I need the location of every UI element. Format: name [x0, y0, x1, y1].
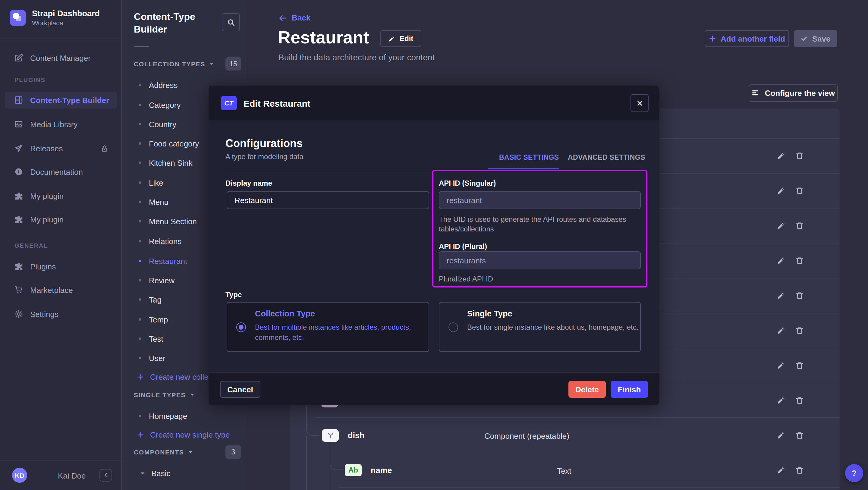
- collection-type-review[interactable]: Review: [138, 273, 175, 287]
- delete-row-button[interactable]: [796, 187, 804, 194]
- display-name-input[interactable]: [227, 191, 429, 209]
- delete-row-button[interactable]: [796, 292, 804, 299]
- api-id-plural-input[interactable]: [439, 251, 641, 269]
- collection-type-food-category[interactable]: Food category: [138, 136, 199, 151]
- single-types-header[interactable]: SINGLE TYPES: [134, 391, 195, 398]
- collection-type-address[interactable]: Address: [138, 78, 178, 92]
- collection-types-label: COLLECTION TYPES: [134, 60, 205, 67]
- bullet-icon: [138, 279, 141, 281]
- collection-type-menu[interactable]: Menu: [138, 195, 168, 209]
- collection-type-label: Food category: [149, 139, 199, 148]
- finish-button[interactable]: Finish: [611, 381, 648, 398]
- collection-type-kitchen-sink[interactable]: Kitchen Sink: [138, 155, 193, 170]
- sidebar-item-content-type-builder[interactable]: Content-Type Builder: [5, 92, 117, 109]
- tab-basic-settings[interactable]: BASIC SETTINGS: [499, 150, 559, 164]
- radio-unselected-icon[interactable]: [448, 323, 458, 332]
- sidebar-item-settings[interactable]: Settings: [5, 306, 117, 323]
- save-button[interactable]: Save: [794, 30, 837, 47]
- edit-row-button[interactable]: [777, 221, 785, 229]
- collection-type-label: Review: [149, 276, 175, 285]
- pencil-icon: [388, 35, 395, 42]
- edit-row-button[interactable]: [777, 431, 785, 439]
- avatar[interactable]: KD: [12, 468, 27, 483]
- collapse-sidebar-button[interactable]: [99, 469, 112, 482]
- collection-type-like[interactable]: Like: [138, 175, 163, 190]
- display-name-label: Display name: [225, 179, 272, 187]
- configure-view-button[interactable]: Configure the view: [749, 84, 838, 102]
- check-icon: [801, 35, 808, 42]
- table-row-actions: [777, 322, 819, 339]
- back-link[interactable]: Back: [278, 13, 310, 22]
- bullet-icon: [138, 142, 141, 145]
- edit-row-button[interactable]: [777, 187, 785, 194]
- collection-type-restaurant[interactable]: Restaurant: [138, 254, 187, 268]
- cancel-button[interactable]: Cancel: [220, 381, 260, 398]
- edit-row-button[interactable]: [777, 361, 785, 369]
- search-button[interactable]: [222, 13, 240, 31]
- component-group-basic[interactable]: Basic: [140, 466, 170, 480]
- modal-title: Edit Restaurant: [244, 98, 310, 109]
- tree-line: [330, 470, 330, 490]
- collection-type-tag[interactable]: Tag: [138, 292, 161, 307]
- edit-row-button[interactable]: [777, 326, 785, 334]
- plus-icon: [137, 431, 144, 438]
- configure-view-label: Configure the view: [765, 89, 835, 98]
- collection-types-header[interactable]: COLLECTION TYPES: [134, 60, 214, 67]
- collection-type-label: Restaurant: [149, 256, 187, 266]
- sidebar-item-content-manager[interactable]: Content Manager: [5, 50, 117, 66]
- tab-advanced-settings[interactable]: ADVANCED SETTINGS: [568, 150, 645, 164]
- collection-type-user[interactable]: User: [138, 351, 165, 365]
- single-type-card[interactable]: Single Type Best for single instance lik…: [439, 302, 641, 352]
- edit-row-button[interactable]: [777, 396, 785, 404]
- single-type-homepage[interactable]: Homepage: [138, 409, 187, 423]
- sidebar-item-media-library[interactable]: Media Library: [5, 116, 117, 132]
- delete-button[interactable]: Delete: [568, 381, 606, 398]
- delete-row-button[interactable]: [796, 326, 804, 334]
- collection-type-country[interactable]: Country: [138, 117, 176, 131]
- collection-type-label: Country: [149, 120, 176, 129]
- collection-type-card[interactable]: Collection Type Best for multiple instan…: [227, 302, 429, 352]
- sidebar-item-my-plugin-1[interactable]: My plugin: [5, 187, 117, 204]
- single-type-desc: Best for single instance like about us, …: [467, 323, 639, 333]
- bullet-icon: [138, 260, 141, 262]
- user-name: Kai Doe: [58, 471, 86, 480]
- radio-selected-icon[interactable]: [236, 323, 246, 332]
- edit-row-button[interactable]: [777, 256, 785, 264]
- close-button[interactable]: [630, 94, 649, 112]
- edit-button[interactable]: Edit: [380, 30, 421, 47]
- single-type-label: Homepage: [149, 411, 187, 420]
- bullet-icon: [138, 123, 141, 125]
- sidebar-item-marketplace[interactable]: Marketplace: [5, 281, 117, 298]
- collection-type-menu-section[interactable]: Menu Section: [138, 214, 197, 228]
- delete-row-button[interactable]: [796, 396, 804, 404]
- edit-row-button[interactable]: [777, 466, 785, 474]
- collection-type-test[interactable]: Test: [138, 332, 163, 346]
- collection-type-category[interactable]: Category: [138, 98, 181, 112]
- collection-type-relations[interactable]: Relations: [138, 234, 181, 248]
- components-header[interactable]: COMPONENTS: [134, 449, 193, 456]
- sidebar-item-releases[interactable]: Releases: [5, 140, 117, 157]
- table-row-actions: [777, 392, 819, 409]
- edit-row-button[interactable]: [777, 152, 785, 159]
- delete-row-button[interactable]: [796, 152, 804, 159]
- edit-row-button[interactable]: [777, 292, 785, 299]
- add-another-field-button[interactable]: Add another field: [705, 30, 789, 47]
- sidebar-item-my-plugin-2[interactable]: My plugin: [5, 211, 117, 228]
- sidebar-item-label: Content-Type Builder: [30, 95, 109, 104]
- api-id-singular-input[interactable]: [439, 191, 641, 209]
- delete-row-button[interactable]: [796, 431, 804, 439]
- add-field-label: Add another field: [721, 34, 785, 43]
- component-field-icon: [322, 429, 339, 442]
- delete-row-button[interactable]: [796, 466, 804, 474]
- table-row-actions: [777, 252, 819, 269]
- help-button[interactable]: ?: [845, 464, 863, 482]
- sidebar-item-plugins[interactable]: Plugins: [5, 258, 117, 275]
- create-single-type-link[interactable]: Create new single type: [137, 428, 230, 441]
- delete-row-button[interactable]: [796, 361, 804, 369]
- collection-type-temp[interactable]: Temp: [138, 312, 168, 327]
- delete-row-button[interactable]: [796, 221, 804, 229]
- sidebar-item-documentation[interactable]: Documentation: [5, 163, 117, 180]
- layout-icon: [14, 96, 23, 104]
- delete-row-button[interactable]: [796, 256, 804, 264]
- bullet-icon: [138, 318, 141, 320]
